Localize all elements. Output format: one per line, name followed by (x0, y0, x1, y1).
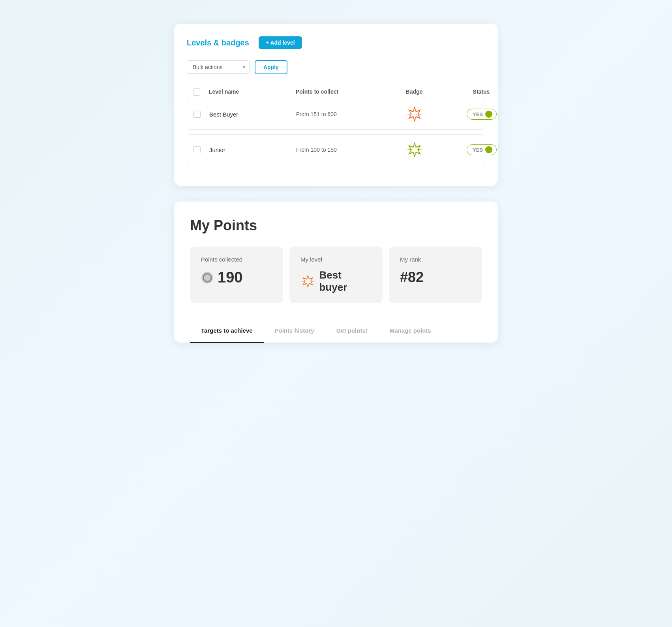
levels-badges-card: Levels & badges + Add level Bulk actions… (174, 24, 498, 186)
bulk-actions-select[interactable]: Bulk actions (187, 60, 250, 74)
stat-value-level: Best buyer (300, 269, 372, 294)
badge-icon-orange (406, 105, 423, 123)
select-all-checkbox[interactable] (193, 88, 209, 96)
level-badge-icon (300, 274, 315, 289)
apply-button[interactable]: Apply (255, 60, 287, 74)
col-status: Status (446, 88, 517, 96)
points-number: 190 (218, 269, 242, 286)
toggle-dot-1 (485, 111, 492, 118)
tabs-row: Targets to achieve Points history Get po… (190, 319, 482, 343)
toggle-label-2: YES (473, 147, 483, 153)
col-level-name: Level name (209, 88, 296, 96)
row-checkbox-2[interactable] (193, 146, 209, 153)
table-row: Junior From 100 to 150 YES (187, 134, 485, 165)
coin-icon (201, 271, 214, 284)
tab-manage-points[interactable]: Manage points (379, 319, 442, 343)
tab-history[interactable]: Points history (264, 319, 325, 343)
stat-label-points: Points collected (201, 256, 272, 263)
stat-box-points: Points collected 190 (190, 247, 283, 303)
my-points-title: My Points (190, 217, 482, 234)
table-header: Level name Points to collect Badge Statu… (187, 85, 485, 99)
rank-number: #82 (400, 269, 424, 286)
stat-box-level: My level Best buyer (289, 247, 383, 303)
col-badge: Badge (383, 88, 446, 96)
card-title: Levels & badges (187, 38, 249, 47)
stat-value-points: 190 (201, 269, 272, 286)
stats-row: Points collected 190 My level Best buyer (190, 247, 482, 303)
my-points-card: My Points Points collected 190 My level … (174, 201, 498, 343)
badge-icon-olive (406, 141, 423, 158)
table-row: Best Buyer From 151 to 600 YES (187, 99, 485, 130)
points-range-1: From 151 to 600 (296, 111, 383, 117)
card-header: Levels & badges + Add level (187, 36, 485, 49)
add-level-button[interactable]: + Add level (259, 36, 302, 49)
points-range-2: From 100 to 150 (296, 147, 383, 153)
badge-2 (383, 141, 446, 158)
stat-box-rank: My rank #82 (389, 247, 482, 303)
row-checkbox-1[interactable] (193, 111, 209, 118)
tab-targets[interactable]: Targets to achieve (190, 319, 264, 343)
stat-label-level: My level (300, 256, 372, 263)
level-name-value: Best buyer (319, 269, 372, 294)
stat-label-rank: My rank (400, 256, 471, 263)
toggle-label-1: YES (473, 111, 483, 117)
level-name-2: Junior (209, 147, 296, 153)
tab-get-points[interactable]: Get points! (325, 319, 379, 343)
toggle-dot-2 (485, 146, 492, 153)
bulk-actions-row: Bulk actions Apply (187, 60, 485, 74)
status-toggle-1[interactable]: YES (446, 109, 517, 120)
badge-1 (383, 105, 446, 123)
status-toggle-2[interactable]: YES (446, 144, 517, 155)
col-points: Points to collect (296, 88, 383, 96)
level-name-1: Best Buyer (209, 111, 296, 118)
bulk-select-wrapper: Bulk actions (187, 60, 250, 74)
stat-value-rank: #82 (400, 269, 471, 286)
